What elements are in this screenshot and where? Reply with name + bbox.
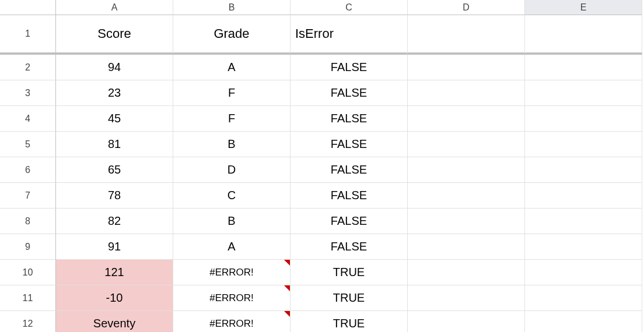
cell-text: FALSE <box>331 112 367 125</box>
corner-cell[interactable] <box>0 0 56 15</box>
cell-c12[interactable]: TRUE <box>290 311 408 332</box>
cell-e9[interactable] <box>525 234 642 260</box>
cell-d1[interactable] <box>408 15 525 55</box>
cell-a6[interactable]: 65 <box>56 157 173 183</box>
cell-text: D <box>228 163 236 176</box>
cell-e10[interactable] <box>525 260 642 285</box>
cell-text: #ERROR! <box>209 292 254 304</box>
cell-text: F <box>228 86 235 100</box>
cell-c11[interactable]: TRUE <box>290 285 408 311</box>
row-header-9[interactable]: 9 <box>0 234 56 260</box>
cell-a7[interactable]: 78 <box>56 183 173 209</box>
column-header-d[interactable]: D <box>408 0 525 15</box>
cell-b5[interactable]: B <box>173 132 290 157</box>
row-header-4[interactable]: 4 <box>0 106 56 132</box>
cell-b1[interactable]: Grade <box>173 15 290 55</box>
cell-text: 78 <box>108 189 121 202</box>
cell-a9[interactable]: 91 <box>56 234 173 260</box>
cell-b2[interactable]: A <box>173 55 290 80</box>
row-header-5[interactable]: 5 <box>0 132 56 157</box>
cell-d8[interactable] <box>408 209 525 234</box>
cell-a1[interactable]: Score <box>56 15 173 55</box>
cell-e2[interactable] <box>525 55 642 80</box>
cell-text: #ERROR! <box>209 318 254 330</box>
cell-c10[interactable]: TRUE <box>290 260 408 285</box>
cell-c7[interactable]: FALSE <box>290 183 408 209</box>
cell-text: B <box>228 137 235 151</box>
cell-d3[interactable] <box>408 80 525 106</box>
cell-a5[interactable]: 81 <box>56 132 173 157</box>
cell-d6[interactable] <box>408 157 525 183</box>
row-header-8[interactable]: 8 <box>0 209 56 234</box>
cell-a8[interactable]: 82 <box>56 209 173 234</box>
cell-e6[interactable] <box>525 157 642 183</box>
error-indicator-icon[interactable] <box>284 285 290 291</box>
row-header-2[interactable]: 2 <box>0 55 56 80</box>
cell-d7[interactable] <box>408 183 525 209</box>
row-header-3[interactable]: 3 <box>0 80 56 106</box>
cell-c5[interactable]: FALSE <box>290 132 408 157</box>
cell-text: 91 <box>108 240 121 253</box>
cell-e12[interactable] <box>525 311 642 332</box>
cell-text: 81 <box>108 137 121 151</box>
cell-text: #ERROR! <box>209 267 254 278</box>
row-header-6[interactable]: 6 <box>0 157 56 183</box>
cell-c9[interactable]: FALSE <box>290 234 408 260</box>
cell-e8[interactable] <box>525 209 642 234</box>
column-header-e[interactable]: E <box>525 0 642 15</box>
cell-b3[interactable]: F <box>173 80 290 106</box>
cell-b9[interactable]: A <box>173 234 290 260</box>
row-header-11[interactable]: 11 <box>0 285 56 311</box>
cell-c4[interactable]: FALSE <box>290 106 408 132</box>
cell-text: TRUE <box>333 317 365 330</box>
cell-d2[interactable] <box>408 55 525 80</box>
cell-e4[interactable] <box>525 106 642 132</box>
cell-b4[interactable]: F <box>173 106 290 132</box>
row-header-10[interactable]: 10 <box>0 260 56 285</box>
cell-a12[interactable]: Seventy <box>56 311 173 332</box>
cell-a10[interactable]: 121 <box>56 260 173 285</box>
cell-text: Score <box>97 26 131 41</box>
cell-c3[interactable]: FALSE <box>290 80 408 106</box>
column-header-c[interactable]: C <box>290 0 408 15</box>
cell-text: Seventy <box>93 317 135 330</box>
cell-a3[interactable]: 23 <box>56 80 173 106</box>
cell-e3[interactable] <box>525 80 642 106</box>
cell-c8[interactable]: FALSE <box>290 209 408 234</box>
cell-d10[interactable] <box>408 260 525 285</box>
cell-text: 23 <box>108 86 121 100</box>
cell-text: Grade <box>214 26 249 41</box>
cell-b11[interactable]: #ERROR! <box>173 285 290 311</box>
row-header-1[interactable]: 1 <box>0 15 56 55</box>
cell-d9[interactable] <box>408 234 525 260</box>
cell-e11[interactable] <box>525 285 642 311</box>
cell-e7[interactable] <box>525 183 642 209</box>
cell-a4[interactable]: 45 <box>56 106 173 132</box>
cell-c2[interactable]: FALSE <box>290 55 408 80</box>
cell-b8[interactable]: B <box>173 209 290 234</box>
column-header-b[interactable]: B <box>173 0 290 15</box>
row-header-12[interactable]: 12 <box>0 311 56 332</box>
cell-text: 65 <box>108 163 121 176</box>
cell-b12[interactable]: #ERROR! <box>173 311 290 332</box>
cell-c6[interactable]: FALSE <box>290 157 408 183</box>
cell-d5[interactable] <box>408 132 525 157</box>
column-header-a[interactable]: A <box>56 0 173 15</box>
cell-e5[interactable] <box>525 132 642 157</box>
error-indicator-icon[interactable] <box>284 311 290 317</box>
cell-a2[interactable]: 94 <box>56 55 173 80</box>
cell-e1[interactable] <box>525 15 642 55</box>
cell-b10[interactable]: #ERROR! <box>173 260 290 285</box>
cell-text: 94 <box>108 61 121 74</box>
cell-text: A <box>228 61 235 74</box>
cell-d11[interactable] <box>408 285 525 311</box>
cell-b6[interactable]: D <box>173 157 290 183</box>
cell-b7[interactable]: C <box>173 183 290 209</box>
cell-d4[interactable] <box>408 106 525 132</box>
error-indicator-icon[interactable] <box>284 260 290 266</box>
cell-c1[interactable]: IsError <box>290 15 408 55</box>
cell-text: 45 <box>108 112 121 125</box>
row-header-7[interactable]: 7 <box>0 183 56 209</box>
cell-d12[interactable] <box>408 311 525 332</box>
cell-a11[interactable]: -10 <box>56 285 173 311</box>
